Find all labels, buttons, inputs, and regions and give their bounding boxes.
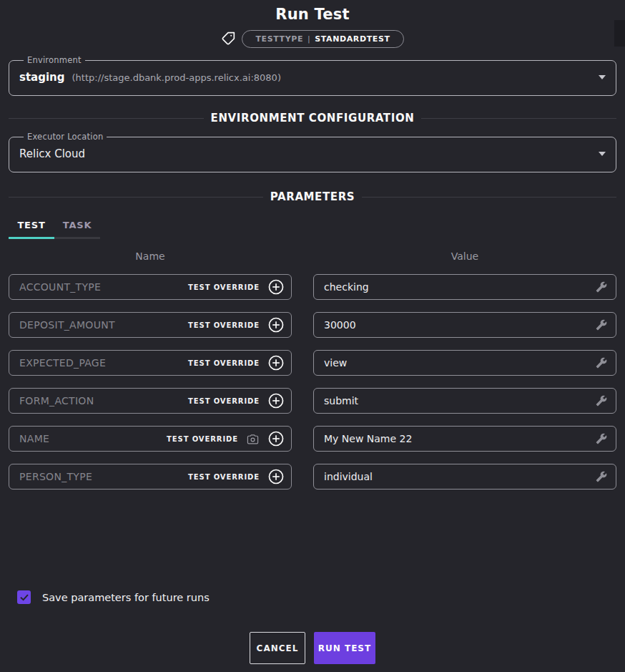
table-row: ACCOUNT_TYPE TEST OVERRIDE checking	[9, 274, 616, 300]
param-value-input-account-type[interactable]: checking	[313, 274, 616, 300]
chevron-down-icon	[599, 75, 606, 79]
param-name-placeholder: ACCOUNT_TYPE	[19, 281, 188, 293]
test-override-label: TEST OVERRIDE	[167, 435, 238, 443]
test-override-label: TEST OVERRIDE	[188, 397, 260, 405]
param-value-input-deposit-amount[interactable]: 30000	[313, 312, 616, 338]
wrench-icon[interactable]	[596, 357, 607, 369]
tab-test[interactable]: TEST	[9, 220, 54, 239]
table-row: PERSON_TYPE TEST OVERRIDE individual	[9, 464, 616, 490]
param-name-input-account-type[interactable]: ACCOUNT_TYPE TEST OVERRIDE	[9, 274, 292, 300]
test-override-label: TEST OVERRIDE	[188, 283, 260, 291]
divider-line	[362, 197, 616, 198]
environment-legend: Environment	[24, 55, 85, 65]
executor-location-value: Relicx Cloud	[19, 147, 85, 160]
add-override-button[interactable]	[268, 317, 284, 333]
executor-location-select[interactable]: Executor Location Relicx Cloud	[9, 132, 616, 172]
param-value: view	[324, 357, 596, 369]
parameter-tabs: TEST TASK	[9, 220, 100, 239]
test-type-badge: TESTTYPE | STANDARDTEST	[242, 30, 403, 48]
add-override-button[interactable]	[268, 469, 284, 484]
divider-line	[9, 118, 204, 119]
add-override-button[interactable]	[268, 431, 284, 447]
param-name-input-person-type[interactable]: PERSON_TYPE TEST OVERRIDE	[9, 464, 292, 490]
wrench-icon[interactable]	[596, 281, 607, 293]
cancel-button[interactable]: CANCEL	[250, 632, 305, 664]
scrollbar-thumb[interactable]	[614, 20, 625, 47]
tag-icon	[221, 31, 235, 46]
param-name-placeholder: PERSON_TYPE	[19, 471, 188, 482]
executor-location-legend: Executor Location	[24, 132, 107, 142]
param-name-placeholder: NAME	[19, 433, 167, 444]
divider-line	[9, 197, 263, 198]
environment-url: (http://stage.dbank.prod-apps.relicx.ai:…	[72, 72, 281, 83]
table-headers: Name Value	[9, 250, 616, 262]
environment-value: staging	[19, 71, 65, 84]
chevron-down-icon	[599, 152, 606, 156]
param-value-input-name[interactable]: My New Name 22	[313, 426, 616, 452]
parameters-title: PARAMETERS	[270, 190, 355, 203]
divider-line	[421, 118, 616, 119]
dialog-actions: CANCEL RUN TEST	[0, 632, 625, 664]
environment-select-inner: staging (http://stage.dbank.prod-apps.re…	[19, 68, 606, 87]
param-name-input-form-action[interactable]: FORM_ACTION TEST OVERRIDE	[9, 388, 292, 414]
param-name-input-expected-page[interactable]: EXPECTED_PAGE TEST OVERRIDE	[9, 350, 292, 376]
param-name-input-deposit-amount[interactable]: DEPOSIT_AMOUNT TEST OVERRIDE	[9, 312, 292, 338]
param-name-placeholder: FORM_ACTION	[19, 395, 188, 406]
param-value-input-form-action[interactable]: submit	[313, 388, 616, 414]
save-parameters-row: Save parameters for future runs	[17, 590, 210, 604]
page-title: Run Test	[9, 6, 616, 23]
dialog-header: Run Test TESTTYPE | STANDARDTEST	[9, 0, 616, 48]
param-name-placeholder: EXPECTED_PAGE	[19, 357, 188, 369]
param-value-input-expected-page[interactable]: view	[313, 350, 616, 376]
environment-configuration-divider: ENVIRONMENT CONFIGURATION	[9, 112, 616, 125]
camera-icon[interactable]	[247, 433, 259, 445]
table-row: NAME TEST OVERRIDE My New Name 22	[9, 426, 616, 452]
value-column-header: Value	[313, 250, 616, 262]
test-override-label: TEST OVERRIDE	[188, 321, 260, 329]
param-value: 30000	[324, 319, 596, 331]
param-value: individual	[324, 471, 596, 482]
run-test-dialog: Run Test TESTTYPE | STANDARDTEST Environ…	[0, 0, 625, 672]
badge-key: TESTTYPE	[255, 34, 303, 44]
test-type-row: TESTTYPE | STANDARDTEST	[9, 29, 616, 48]
add-override-button[interactable]	[268, 393, 284, 409]
param-value: submit	[324, 395, 596, 406]
table-row: DEPOSIT_AMOUNT TEST OVERRIDE 30000	[9, 312, 616, 338]
environment-configuration-title: ENVIRONMENT CONFIGURATION	[211, 112, 415, 125]
param-name-input-name[interactable]: NAME TEST OVERRIDE	[9, 426, 292, 452]
executor-location-inner: Relicx Cloud	[19, 145, 606, 163]
wrench-icon[interactable]	[596, 471, 607, 482]
wrench-icon[interactable]	[596, 433, 607, 444]
table-row: EXPECTED_PAGE TEST OVERRIDE view	[9, 350, 616, 376]
tab-task[interactable]: TASK	[54, 220, 100, 239]
add-override-button[interactable]	[268, 279, 284, 295]
save-parameters-checkbox[interactable]	[17, 590, 31, 604]
badge-value: STANDARDTEST	[315, 34, 390, 44]
add-override-button[interactable]	[268, 355, 284, 371]
wrench-icon[interactable]	[596, 319, 607, 331]
run-test-button[interactable]: RUN TEST	[314, 632, 375, 664]
badge-separator: |	[307, 34, 310, 44]
table-row: FORM_ACTION TEST OVERRIDE submit	[9, 388, 616, 414]
param-value: checking	[324, 281, 596, 293]
param-name-placeholder: DEPOSIT_AMOUNT	[19, 319, 188, 331]
param-value-input-person-type[interactable]: individual	[313, 464, 616, 490]
param-value: My New Name 22	[324, 433, 596, 444]
wrench-icon[interactable]	[596, 395, 607, 406]
parameter-rows: ACCOUNT_TYPE TEST OVERRIDE checking	[9, 274, 616, 490]
parameters-divider: PARAMETERS	[9, 190, 616, 203]
save-parameters-label: Save parameters for future runs	[42, 592, 210, 603]
environment-select[interactable]: Environment staging (http://stage.dbank.…	[9, 55, 616, 96]
test-override-label: TEST OVERRIDE	[188, 473, 260, 481]
name-column-header: Name	[9, 250, 292, 262]
test-override-label: TEST OVERRIDE	[188, 359, 260, 367]
